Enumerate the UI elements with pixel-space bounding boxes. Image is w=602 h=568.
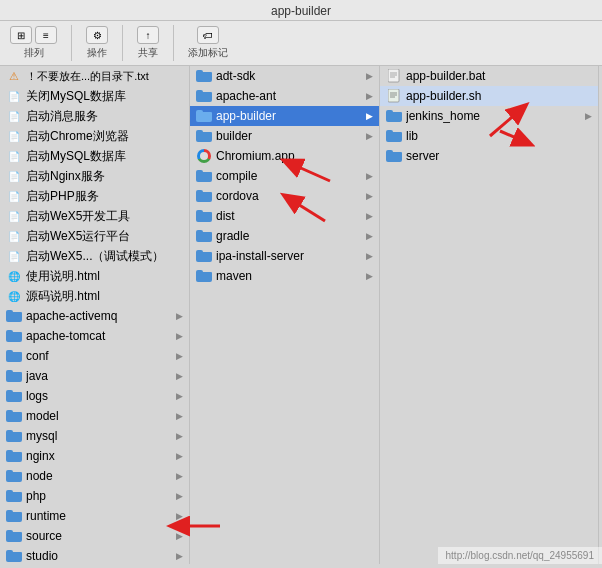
toolbar-group-action: ⚙ 操作 xyxy=(86,26,108,60)
folder-icon xyxy=(6,389,22,403)
file-name: 启动Chrome浏览器 xyxy=(26,128,183,145)
arrange-btn-2[interactable]: ≡ xyxy=(35,26,57,44)
list-item[interactable]: server xyxy=(380,146,598,166)
file-name: Chromium.app xyxy=(216,149,373,163)
svg-rect-4 xyxy=(388,89,399,102)
action-btn[interactable]: ⚙ xyxy=(86,26,108,44)
list-item[interactable]: adt-sdk ▶ xyxy=(190,66,379,86)
file-name: jenkins_home xyxy=(406,109,583,123)
list-item[interactable]: 📄 启动WeX5...（调试模式） xyxy=(0,246,189,266)
chevron-right-icon: ▶ xyxy=(366,191,373,201)
list-item[interactable]: studio ▶ xyxy=(0,546,189,564)
arrange-btn-1[interactable]: ⊞ xyxy=(10,26,32,44)
file-name: ipa-install-server xyxy=(216,249,364,263)
list-item[interactable]: 📄 启动WeX5开发工具 xyxy=(0,206,189,226)
file-icon: 📄 xyxy=(6,109,22,123)
list-item-bat[interactable]: app-builder.bat xyxy=(380,66,598,86)
toolbar-divider-3 xyxy=(173,25,174,61)
chevron-right-icon: ▶ xyxy=(366,231,373,241)
list-item-sh[interactable]: app-builder.sh xyxy=(380,86,598,106)
list-item[interactable]: 📄 启动MySQL数据库 xyxy=(0,146,189,166)
list-item-chromium[interactable]: Chromium.app xyxy=(190,146,379,166)
chevron-right-icon: ▶ xyxy=(366,251,373,261)
list-item[interactable]: apache-ant ▶ xyxy=(190,86,379,106)
folder-icon xyxy=(196,129,212,143)
list-item[interactable]: 📄 关闭MySQL数据库 xyxy=(0,86,189,106)
sh-file-icon xyxy=(386,89,402,103)
arrange-label: 排列 xyxy=(24,46,44,60)
list-item[interactable]: builder ▶ xyxy=(190,126,379,146)
list-item[interactable]: 📄 启动Chrome浏览器 xyxy=(0,126,189,146)
chevron-right-icon: ▶ xyxy=(366,271,373,281)
list-item[interactable]: nginx ▶ xyxy=(0,446,189,466)
chevron-right-icon: ▶ xyxy=(176,411,183,421)
list-item[interactable]: php ▶ xyxy=(0,486,189,506)
file-name: node xyxy=(26,469,174,483)
list-item[interactable]: logs ▶ xyxy=(0,386,189,406)
chevron-right-icon: ▶ xyxy=(366,211,373,221)
file-name: app-builder xyxy=(216,109,364,123)
file-name: 启动MySQL数据库 xyxy=(26,148,183,165)
file-name: studio xyxy=(26,549,174,563)
left-column: ⚠ ！不要放在...的目录下.txt 📄 关闭MySQL数据库 📄 启动消息服务… xyxy=(0,66,190,564)
list-item[interactable]: apache-tomcat ▶ xyxy=(0,326,189,346)
file-icon: 📄 xyxy=(6,89,22,103)
list-item[interactable]: ⚠ ！不要放在...的目录下.txt xyxy=(0,66,189,86)
list-item[interactable]: maven ▶ xyxy=(190,266,379,286)
folder-icon xyxy=(6,489,22,503)
list-item[interactable]: 🌐 使用说明.html xyxy=(0,266,189,286)
list-item[interactable]: model ▶ xyxy=(0,406,189,426)
list-item[interactable]: apache-activemq ▶ xyxy=(0,306,189,326)
file-name: gradle xyxy=(216,229,364,243)
folder-icon xyxy=(386,129,402,143)
file-name: model xyxy=(26,409,174,423)
list-item[interactable]: java ▶ xyxy=(0,366,189,386)
list-item[interactable]: 📄 启动WeX5运行平台 xyxy=(0,226,189,246)
folder-icon xyxy=(6,509,22,523)
list-item[interactable]: jenkins_home ▶ xyxy=(380,106,598,126)
chromium-icon xyxy=(196,149,212,163)
folder-icon xyxy=(196,269,212,283)
list-item-app-builder[interactable]: app-builder ▶ xyxy=(190,106,379,126)
folder-icon xyxy=(196,89,212,103)
file-name: apache-ant xyxy=(216,89,364,103)
list-item[interactable]: cordova ▶ xyxy=(190,186,379,206)
share-btn[interactable]: ↑ xyxy=(137,26,159,44)
list-item[interactable]: 🌐 源码说明.html xyxy=(0,286,189,306)
list-item[interactable]: gradle ▶ xyxy=(190,226,379,246)
file-name: lib xyxy=(406,129,592,143)
list-item[interactable]: 📄 启动Nginx服务 xyxy=(0,166,189,186)
list-item[interactable]: 📄 启动PHP服务 xyxy=(0,186,189,206)
tag-btn[interactable]: 🏷 xyxy=(197,26,219,44)
folder-icon xyxy=(6,329,22,343)
list-item[interactable]: mysql ▶ xyxy=(0,426,189,446)
file-name: 启动WeX5开发工具 xyxy=(26,208,183,225)
toolbar-divider-1 xyxy=(71,25,72,61)
file-name: 启动WeX5运行平台 xyxy=(26,228,183,245)
file-name: server xyxy=(406,149,592,163)
window-title: app-builder xyxy=(271,4,331,18)
list-item[interactable]: 📄 启动消息服务 xyxy=(0,106,189,126)
list-item[interactable]: conf ▶ xyxy=(0,346,189,366)
file-name: logs xyxy=(26,389,174,403)
list-item[interactable]: ipa-install-server ▶ xyxy=(190,246,379,266)
title-bar: app-builder xyxy=(0,0,602,21)
chevron-right-icon: ▶ xyxy=(176,551,183,561)
chevron-right-icon: ▶ xyxy=(176,331,183,341)
chevron-right-icon: ▶ xyxy=(176,491,183,501)
toolbar-group-arrange: ⊞ ≡ 排列 xyxy=(10,26,57,60)
list-item[interactable]: source ▶ xyxy=(0,526,189,546)
chevron-right-icon: ▶ xyxy=(366,131,373,141)
list-item[interactable]: compile ▶ xyxy=(190,166,379,186)
file-name: maven xyxy=(216,269,364,283)
list-item[interactable]: runtime ▶ xyxy=(0,506,189,526)
html-file-icon: 🌐 xyxy=(6,289,22,303)
file-name: conf xyxy=(26,349,174,363)
chevron-right-icon: ▶ xyxy=(176,451,183,461)
list-item[interactable]: dist ▶ xyxy=(190,206,379,226)
mid-column: adt-sdk ▶ apache-ant ▶ app-builder ▶ bui… xyxy=(190,66,380,564)
list-item[interactable]: node ▶ xyxy=(0,466,189,486)
list-item[interactable]: lib xyxy=(380,126,598,146)
chevron-right-icon: ▶ xyxy=(585,111,592,121)
folder-icon xyxy=(6,469,22,483)
